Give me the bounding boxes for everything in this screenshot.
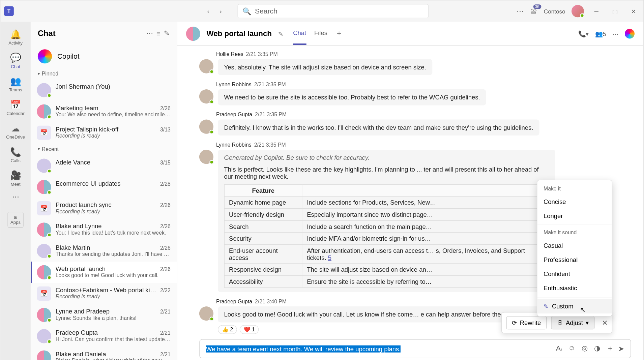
filter-icon[interactable]: ≡ xyxy=(156,30,160,37)
chat-avatar xyxy=(186,26,200,40)
notif-badge: 36 xyxy=(533,4,541,9)
chevron-down-icon: ▾ xyxy=(586,319,589,326)
participants-button[interactable]: 👥5 xyxy=(595,30,606,37)
adjust-heading-1: Make it xyxy=(537,183,612,194)
pen-icon: ✎ xyxy=(544,303,548,310)
format-icon[interactable]: Aᵢ xyxy=(556,344,562,354)
window-minimize[interactable]: ─ xyxy=(590,8,603,14)
adjust-custom[interactable]: ✎Custom xyxy=(537,299,612,313)
adjust-button[interactable]: 🎚Adjust▾ xyxy=(551,316,594,330)
reaction[interactable]: ❤️ 1 xyxy=(240,325,259,334)
teams-app-icon: T xyxy=(4,6,14,16)
adjust-concise[interactable]: Concise xyxy=(537,194,612,209)
rewrite-button[interactable]: ⟳Rewrite xyxy=(506,316,547,330)
rail-calendar[interactable]: 📅Calendar xyxy=(2,97,29,119)
copilot-label: Copilot xyxy=(57,52,80,60)
loop-icon[interactable]: ◑ xyxy=(594,344,600,354)
adjust-confident[interactable]: Confident xyxy=(537,267,612,281)
new-chat-icon[interactable]: ✎ xyxy=(164,29,170,37)
sliders-icon: 🎚 xyxy=(557,319,563,326)
adjust-menu: Make it ConciseLonger Make it sound Casu… xyxy=(537,180,612,317)
adjust-casual[interactable]: Casual xyxy=(537,238,612,252)
rail-meet[interactable]: 🎥Meet xyxy=(2,168,29,189)
add-tab-icon[interactable]: ＋ xyxy=(333,29,344,38)
copilot-pane-icon[interactable] xyxy=(625,29,635,38)
compose-box[interactable]: We have a team event next month. We will… xyxy=(199,339,631,358)
chat-list-item[interactable]: Pradeep Gupta2/21 Hi Joni. Can you confi… xyxy=(31,325,177,347)
chat-list-item[interactable]: Joni Sherman (You) xyxy=(31,80,177,101)
compose-text[interactable]: We have a team event next month. We will… xyxy=(206,345,552,352)
chat-list-item[interactable]: Web portal launch2/26 Looks good to me! … xyxy=(31,262,177,283)
window-maximize[interactable]: ▢ xyxy=(609,8,621,14)
app-rail: 🔔Activity💬Chat👥Teams📅Calendar☁OneDrive📞C… xyxy=(0,22,31,360)
rail-onedrive[interactable]: ☁OneDrive xyxy=(2,120,29,142)
adjust-heading-2: Make it sound xyxy=(537,227,612,238)
adjust-longer[interactable]: Longer xyxy=(537,209,612,223)
section-recent[interactable]: ▾Recent xyxy=(31,143,177,155)
send-button[interactable]: ➤ xyxy=(618,344,624,354)
chat-list-item[interactable]: 📅 Product launch sync2/26 Recording is r… xyxy=(31,198,177,219)
adjust-professional[interactable]: Professional xyxy=(537,252,612,267)
chat-list-item[interactable]: 📅 Contoso+Fabrikam - Web portal ki…2/22 … xyxy=(31,283,177,304)
notifications-icon[interactable]: 🛎36 xyxy=(530,7,537,15)
chat-list-item[interactable]: Adele Vance3/15 xyxy=(31,155,177,176)
search-placeholder: Search xyxy=(255,7,277,15)
chat-list-item[interactable]: 📅 Project Tailspin kick-off3/13 Recordin… xyxy=(31,122,177,143)
rail-apps[interactable]: ⊞Apps xyxy=(7,212,23,228)
copilot-entry[interactable]: Copilot xyxy=(31,45,177,68)
chat-list-item[interactable]: Blake and Lynne2/26 You: I love this ide… xyxy=(31,219,177,240)
copilot-compose-icon[interactable]: ◎ xyxy=(582,344,588,354)
section-pinned[interactable]: ▾Pinned xyxy=(31,68,177,80)
rail-teams[interactable]: 👥Teams xyxy=(2,73,29,95)
search-input[interactable]: 🔍 Search xyxy=(238,4,429,18)
rail-calls[interactable]: 📞Calls xyxy=(2,144,29,166)
emoji-icon[interactable]: ☺ xyxy=(568,344,576,354)
nav-back[interactable]: ‹ xyxy=(204,7,213,14)
reaction[interactable]: 👍 2 xyxy=(218,325,237,334)
chatlist-title: Chat xyxy=(38,29,143,38)
chat-title: Web portal launch xyxy=(206,29,272,38)
chat-more-actions[interactable]: ⋯ xyxy=(612,30,618,37)
chat-list-item[interactable]: Lynne and Pradeep2/21 Lynne: Sounds like… xyxy=(31,304,177,325)
call-dropdown[interactable]: 📞▾ xyxy=(578,30,589,37)
nav-forward[interactable]: › xyxy=(216,7,225,14)
refresh-icon: ⟳ xyxy=(512,319,517,326)
search-icon: 🔍 xyxy=(242,7,251,15)
tab-files[interactable]: Files xyxy=(314,22,327,45)
copilot-icon xyxy=(38,49,52,63)
chat-more-icon[interactable]: ⋯ xyxy=(146,29,153,37)
rail-activity[interactable]: 🔔Activity xyxy=(2,26,29,48)
adjust-enthusiastic[interactable]: Enthusiastic xyxy=(537,281,612,295)
chat-list-item[interactable]: Blake and Daniela2/21 Blake: Daniela, wh… xyxy=(31,347,177,360)
profile-avatar[interactable] xyxy=(572,5,584,17)
rewrite-close[interactable]: ✕ xyxy=(602,319,608,327)
attach-icon[interactable]: ＋ xyxy=(607,344,614,354)
more-options[interactable]: ⋯ xyxy=(517,7,524,15)
chat-list-item[interactable]: Blake Martin2/26 Thanks for sending the … xyxy=(31,240,177,261)
rail-more[interactable]: ⋯ xyxy=(12,193,19,201)
chat-list-item[interactable]: Ecommerce UI updates2/28 xyxy=(31,176,177,198)
org-label: Contoso xyxy=(544,8,565,14)
window-close[interactable]: ✕ xyxy=(627,8,640,14)
tab-chat[interactable]: Chat xyxy=(293,22,306,45)
rail-chat[interactable]: 💬Chat xyxy=(2,50,29,72)
chat-list-item[interactable]: Marketing team2/26 You: We also need to … xyxy=(31,101,177,122)
rename-icon[interactable]: ✎ xyxy=(278,30,284,37)
